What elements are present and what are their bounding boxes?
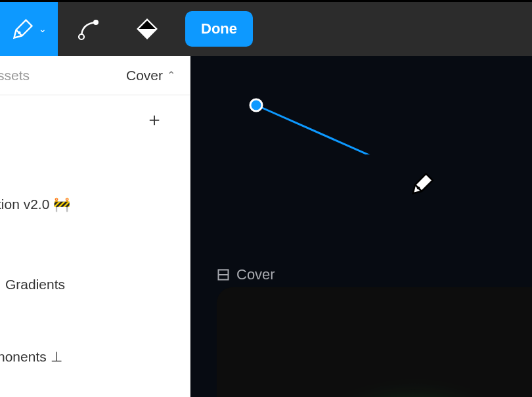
frame-label[interactable]: Cover bbox=[217, 266, 275, 283]
pen-tool-button[interactable]: ⌄ bbox=[0, 2, 58, 56]
chevron-up-icon: ⌃ bbox=[167, 69, 175, 82]
sidebar-add-row: ＋ bbox=[0, 95, 190, 144]
frame-icon bbox=[217, 268, 230, 281]
sidebar: ssets Cover ⌃ ＋ tion v2.0 🚧 Gradients no… bbox=[0, 56, 190, 397]
pen-icon bbox=[11, 17, 35, 41]
gradient-fill bbox=[217, 287, 532, 397]
svg-point-1 bbox=[79, 34, 84, 39]
sidebar-item-version[interactable]: tion v2.0 🚧 bbox=[0, 197, 190, 212]
page-selector[interactable]: Cover ⌃ bbox=[126, 68, 175, 83]
canvas[interactable]: Cover bbox=[190, 56, 532, 397]
page-selector-label: Cover bbox=[126, 68, 163, 83]
svg-point-4 bbox=[250, 99, 262, 111]
assets-tab[interactable]: ssets bbox=[0, 68, 30, 83]
add-layer-button[interactable]: ＋ bbox=[145, 107, 164, 132]
frame-label-text: Cover bbox=[236, 266, 275, 283]
cover-frame[interactable] bbox=[217, 287, 532, 397]
done-button[interactable]: Done bbox=[185, 11, 253, 47]
vector-path[interactable] bbox=[190, 56, 388, 154]
chevron-down-icon[interactable]: ⌄ bbox=[39, 24, 47, 34]
toolbar: ⌄ Done bbox=[0, 0, 532, 56]
sidebar-item-components[interactable]: nonents ⊥ bbox=[0, 349, 190, 365]
bend-tool-button[interactable] bbox=[63, 2, 116, 56]
pen-cursor-icon bbox=[409, 172, 435, 200]
sidebar-header: ssets Cover ⌃ bbox=[0, 56, 190, 95]
svg-point-2 bbox=[93, 20, 99, 25]
paint-bucket-icon bbox=[135, 16, 160, 41]
bend-icon bbox=[76, 16, 102, 42]
svg-line-3 bbox=[256, 105, 388, 154]
paint-bucket-button[interactable] bbox=[121, 2, 173, 56]
svg-point-0 bbox=[18, 31, 21, 34]
sidebar-item-gradients[interactable]: Gradients bbox=[0, 277, 190, 292]
svg-point-6 bbox=[417, 187, 420, 190]
